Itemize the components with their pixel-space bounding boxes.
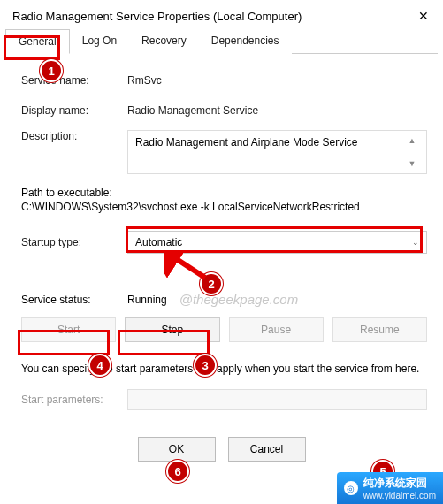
scroll-down-icon[interactable]: ▼ — [405, 159, 419, 168]
pause-button[interactable]: Pause — [229, 317, 324, 342]
marker-4: 4 — [88, 354, 111, 377]
label-startup-type: Startup type: — [21, 236, 127, 248]
description-box: Radio Management and Airplane Mode Servi… — [127, 130, 427, 174]
divider — [21, 279, 427, 279]
label-path: Path to executable: — [21, 187, 427, 199]
value-service-name: RmSvc — [127, 74, 162, 87]
marker-6: 6 — [166, 460, 189, 483]
label-service-status: Service status: — [21, 294, 127, 306]
start-parameters-input — [127, 389, 427, 410]
cancel-button[interactable]: Cancel — [228, 437, 306, 462]
start-button[interactable]: Start — [21, 317, 116, 342]
label-description: Description: — [21, 130, 127, 142]
value-path: C:\WINDOWS\System32\svchost.exe -k Local… — [21, 201, 427, 213]
resume-button[interactable]: Resume — [332, 317, 427, 342]
stop-button[interactable]: Stop — [125, 317, 219, 342]
title-bar: Radio Management Service Properties (Loc… — [0, 0, 443, 28]
svg-line-0 — [170, 255, 205, 278]
general-panel: Service name: RmSvc Display name: Radio … — [0, 54, 443, 437]
control-buttons: Start Stop Pause Resume — [21, 317, 427, 342]
note-text: You can specify the start parameters tha… — [21, 362, 427, 377]
tab-logon[interactable]: Log On — [70, 29, 129, 54]
label-service-name: Service name: — [21, 74, 127, 87]
banner-logo-icon: ◎ — [344, 481, 358, 495]
watermark-banner: ◎ 纯净系统家园 www.yidaimei.com — [337, 472, 443, 504]
tab-recovery[interactable]: Recovery — [129, 29, 199, 54]
startup-type-value: Automatic — [135, 236, 182, 248]
window-title: Radio Management Service Properties (Loc… — [12, 10, 302, 23]
tab-dependencies[interactable]: Dependencies — [199, 29, 292, 54]
banner-url: www.yidaimei.com — [363, 491, 436, 500]
path-block: Path to executable: C:\WINDOWS\System32\… — [21, 187, 427, 213]
tab-general[interactable]: General — [5, 29, 70, 54]
label-display-name: Display name: — [21, 104, 127, 117]
close-icon[interactable]: ✕ — [413, 7, 434, 25]
ok-button[interactable]: OK — [138, 437, 216, 462]
scroll-up-icon[interactable]: ▲ — [405, 136, 419, 145]
chevron-down-icon: ⌄ — [412, 238, 419, 247]
value-service-status: Running — [127, 294, 167, 306]
banner-title: 纯净系统家园 — [363, 476, 436, 491]
tab-strip: General Log On Recovery Dependencies — [5, 28, 438, 54]
marker-1: 1 — [40, 59, 63, 82]
value-display-name: Radio Management Service — [127, 104, 258, 117]
label-start-parameters: Start parameters: — [21, 393, 118, 406]
marker-3: 3 — [194, 354, 217, 377]
watermark-text: @thegeekpage.com — [179, 292, 298, 307]
value-description: Radio Management and Airplane Mode Servi… — [135, 136, 405, 149]
